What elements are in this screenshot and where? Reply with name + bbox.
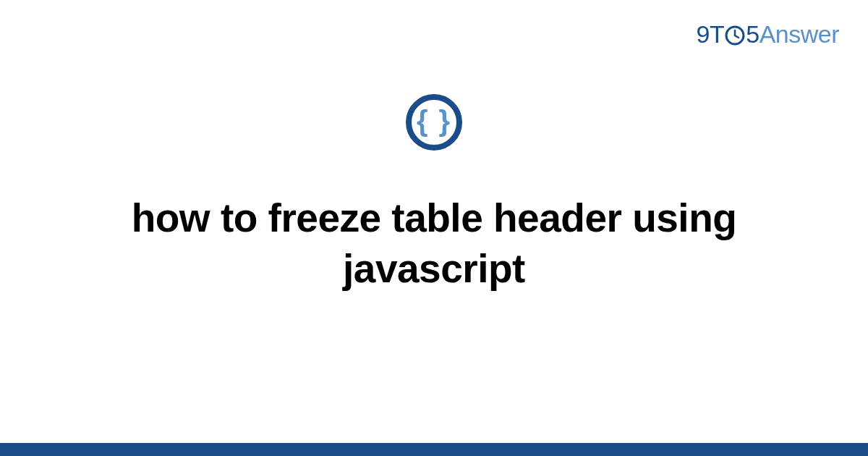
site-logo[interactable]: 9T5Answer: [697, 20, 839, 48]
logo-answer-text: Answer: [760, 20, 839, 48]
code-braces-icon: { }: [406, 94, 462, 151]
logo-9t-text: 9T: [697, 20, 725, 48]
braces-glyph: { }: [417, 106, 451, 135]
main-content: { } how to freeze table header using jav…: [0, 94, 868, 295]
clock-o-icon: [725, 25, 745, 46]
page-title: how to freeze table header using javascr…: [54, 193, 814, 295]
logo-5-text: 5: [746, 20, 759, 48]
footer-accent-bar: [0, 443, 868, 456]
svg-line-2: [735, 35, 739, 38]
